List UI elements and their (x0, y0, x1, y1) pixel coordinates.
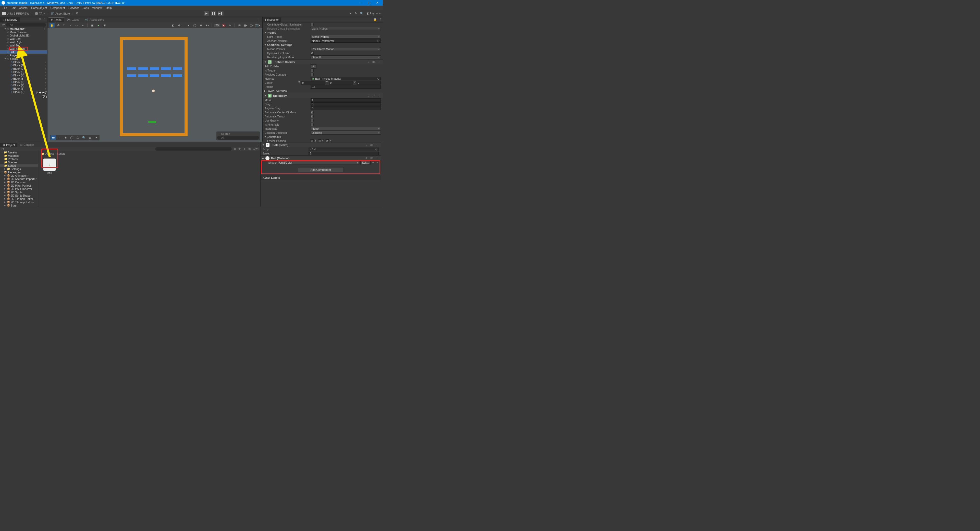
motion-dropdown[interactable]: Per Object Motion (310, 47, 381, 51)
add-component-button[interactable]: Add Component (298, 167, 344, 172)
eye-icon[interactable]: 👁 (238, 148, 242, 150)
hierarchy-item[interactable]: ◇ Player (0, 54, 47, 57)
help-icon[interactable]: ? (365, 157, 368, 160)
hierarchy-item[interactable]: ◇ Global Light 2D (0, 34, 47, 37)
edit-collider-button[interactable]: ✎ (310, 64, 317, 69)
hand-tool[interactable]: ✋ (49, 23, 55, 27)
folder-item[interactable]: 📁Prefabs (0, 157, 38, 161)
hierarchy-item[interactable]: ◇ Block (8) (0, 87, 47, 90)
anchor-objref[interactable]: None (Transform)⊙ (310, 39, 381, 43)
folder-item[interactable]: ▶📦2D Tilemap Editor (0, 197, 38, 200)
layers-icon[interactable]: ◧ (248, 148, 251, 150)
help-icon[interactable]: ? (367, 61, 370, 64)
light-icon[interactable]: ● (186, 23, 191, 27)
fx2-icon[interactable]: ✦▾ (204, 23, 210, 27)
ball-script-header[interactable]: ▼ # Ball (Script) ? ⇄ ⋮ (261, 142, 381, 147)
folder-item[interactable]: ▶📦2D Animation (0, 174, 38, 177)
scene-search-input[interactable] (217, 136, 259, 140)
constraints-label[interactable]: Constraints (267, 135, 281, 139)
hierarchy-scene-root[interactable]: ▼◇ MainScene*⋮ (0, 27, 47, 30)
gi-contribute-check[interactable] (310, 23, 313, 26)
menu-jobs[interactable]: Jobs (81, 6, 90, 10)
menu-edit[interactable]: Edit (9, 6, 17, 10)
auto-tensor-check[interactable] (310, 115, 313, 118)
global-toggle[interactable]: ● (96, 23, 101, 27)
occlusion-check[interactable] (310, 51, 313, 55)
kebab-icon[interactable]: ⋮ (375, 143, 379, 147)
collision-dropdown[interactable]: Discrete (310, 131, 381, 134)
folder-item[interactable]: ▶📦2D Common (0, 180, 38, 184)
eye-icon[interactable]: 👁 (237, 23, 242, 27)
history-icon[interactable]: ↻ (355, 12, 357, 15)
material-objref[interactable]: ◉Ball Physics Material⊙ (310, 77, 381, 80)
hierarchy-item[interactable]: ◇ Block (4) (0, 73, 47, 77)
hierarchy-item[interactable]: ◇ Block (1) (0, 64, 47, 67)
menu-file[interactable]: File (1, 6, 9, 10)
help-icon[interactable]: ? (365, 144, 368, 147)
center-x[interactable] (301, 81, 325, 85)
radius-input[interactable] (310, 85, 381, 89)
tool-icon[interactable]: ✱ (63, 135, 68, 140)
preset-icon[interactable]: ⇄ (372, 94, 375, 97)
drag-input[interactable] (310, 102, 381, 106)
asset-labels-section[interactable]: Asset Labels (261, 175, 381, 180)
folder-item[interactable]: ▶📦2D Aseprite Importer (0, 177, 38, 180)
folder-item[interactable]: ▶📦2D Sprite (0, 190, 38, 194)
maximize-button[interactable]: ▢ (365, 1, 373, 5)
folder-item[interactable]: ▶📦2D PSD Importer (0, 187, 38, 190)
hierarchy-item[interactable]: ◇ Block (6) (0, 80, 47, 83)
hierarchy-tab[interactable]: ≡ Hierarchy (0, 17, 20, 22)
kebab-icon[interactable]: ⋮ (377, 60, 381, 64)
tool-icon[interactable]: ▭ (51, 135, 56, 140)
hierarchy-link-icon[interactable]: ⇱ (38, 18, 42, 21)
center-y[interactable] (329, 81, 353, 85)
camera2-icon[interactable]: 📷▾ (255, 23, 260, 27)
center-z[interactable] (356, 81, 381, 85)
kebab-icon[interactable]: ⋮ (43, 27, 46, 30)
minimize-button[interactable]: ─ (357, 1, 365, 4)
sound-icon[interactable]: 🔇 (221, 23, 226, 27)
preset-icon[interactable]: ⇄ (369, 143, 373, 147)
transform-tool[interactable]: ✦ (80, 23, 85, 27)
star-icon[interactable]: ★ (243, 148, 247, 150)
hierarchy-item-ball[interactable]: ◇ Ball (0, 50, 47, 54)
freeze-pos-y[interactable] (318, 139, 321, 142)
menu-gameobject[interactable]: GameObject (30, 6, 48, 10)
folder-item[interactable]: ▶📁Settings (0, 167, 38, 171)
game-tab[interactable]: 🎮 Game (65, 18, 82, 22)
mass-input[interactable] (310, 98, 381, 102)
folder-item[interactable]: ▶📦Burst (0, 204, 38, 207)
tool-icon[interactable]: ✦ (94, 135, 99, 140)
cloud-icon[interactable]: ☁ (349, 12, 352, 15)
search-icon[interactable]: 🔍 (360, 12, 364, 15)
freeze-pos-z[interactable] (326, 139, 329, 142)
hierarchy-item[interactable]: ◇ Block (0, 60, 47, 64)
filter-icon[interactable]: ▦ (233, 148, 237, 150)
close-button[interactable]: ✕ (373, 1, 381, 5)
tool-icon[interactable]: ⬡ (75, 135, 81, 140)
hierarchy-menu-icon[interactable]: ⋮ (42, 18, 47, 21)
pause-button[interactable]: ❚❚ (211, 11, 216, 16)
project-search[interactable] (155, 147, 232, 151)
audio-icon[interactable]: ◯ (192, 23, 197, 27)
folder-item[interactable]: 📁Scenes (0, 161, 38, 164)
preset-icon[interactable]: ⇄ (369, 156, 373, 160)
pivot-toggle[interactable]: ◉ (89, 23, 95, 27)
folder-assets[interactable]: ▼📁Assets (0, 151, 38, 154)
breadcrumb[interactable]: 📁Assets › Scripts (39, 151, 259, 156)
tool-icon[interactable]: 🔍 (81, 135, 87, 140)
provides-check[interactable] (310, 73, 313, 76)
gizmo-icon[interactable]: ⊕ (177, 23, 182, 27)
hierarchy-search[interactable] (6, 23, 46, 27)
probes-header[interactable]: Probes (267, 31, 276, 34)
menu-services[interactable]: Services (67, 6, 81, 10)
kebab-icon[interactable]: ⋮ (375, 156, 379, 160)
camera-icon[interactable]: ◐ (170, 23, 176, 27)
scale-tool[interactable]: ⤢ (68, 23, 73, 27)
menu-window[interactable]: Window (91, 6, 104, 10)
interpolate-dropdown[interactable]: None (310, 127, 381, 131)
rigidbody-header[interactable]: ▼ ◉ Rigidbody ? ⇄ ⋮ (262, 93, 383, 98)
auto-center-check[interactable] (310, 111, 313, 114)
shader-dropdown[interactable]: Unlit/Color (278, 161, 360, 164)
ball-material-header[interactable]: ▶ Ball (Material) ? ⇄ ⋮ (261, 155, 381, 161)
